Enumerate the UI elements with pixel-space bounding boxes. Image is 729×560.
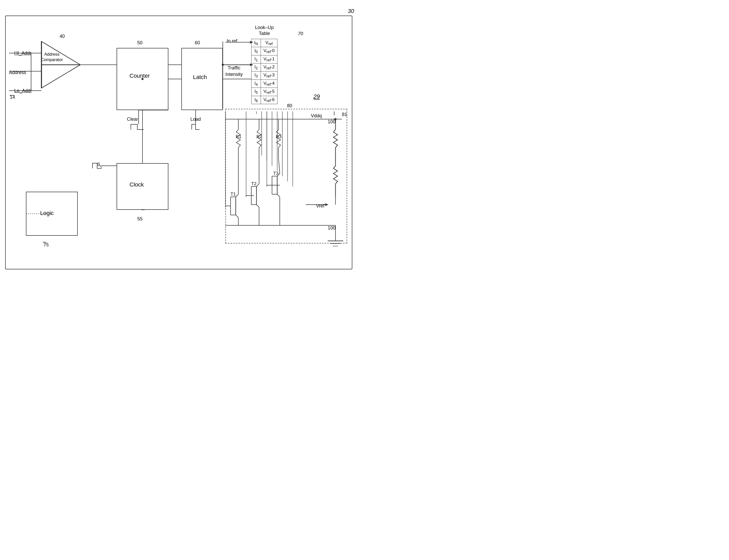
lut-cell: Vref-2 xyxy=(261,63,277,71)
lut-container: Look–UpTable IN Vref I0 Vref-0 I1 Vref-1… xyxy=(251,25,277,104)
latch-label: Latch xyxy=(193,74,207,81)
lut-cell: I6 xyxy=(252,96,261,104)
lut-cell: Vref-0 xyxy=(261,47,277,55)
lut-cell: I3 xyxy=(252,71,261,80)
lut-cell: Vref-5 xyxy=(261,88,277,96)
lut-cell: I5 xyxy=(252,88,261,96)
label-40: 40 xyxy=(60,34,65,39)
inref-label: In ref xyxy=(227,38,237,44)
lut-row-0: I0 Vref-0 xyxy=(252,47,277,55)
load-label: Load xyxy=(190,117,201,122)
r3-label: R3 xyxy=(276,134,282,139)
lut-row-3: I3 Vref-3 xyxy=(252,71,277,80)
label-75: 75 xyxy=(44,242,49,248)
traffic-label: TrafficIntensity xyxy=(225,65,243,78)
lut-cell: I4 xyxy=(252,80,261,88)
clock-label: Clock xyxy=(130,181,144,188)
lut-row-header: IN Vref xyxy=(252,39,277,47)
sc-label: Sc xyxy=(97,162,102,168)
lut-cell: Vref xyxy=(261,39,277,47)
lut-row-6: I6 Vref-6 xyxy=(252,96,277,104)
lut-cell: IN xyxy=(252,39,261,47)
lut-cell: Vref-6 xyxy=(261,96,277,104)
lut-cell: I2 xyxy=(252,63,261,71)
lut-cell: Vref-3 xyxy=(261,71,277,80)
label-80: 80 xyxy=(287,103,292,109)
addr-comp-text: AddressComparator xyxy=(41,52,63,63)
dashed-box xyxy=(225,109,347,243)
label-29: 29 xyxy=(313,93,320,100)
label-30: 30 xyxy=(348,8,354,15)
label-70: 70 xyxy=(298,31,303,37)
lut-row-2: I2 Vref-2 xyxy=(252,63,277,71)
label-50: 50 xyxy=(137,40,142,46)
t3-label: T3 xyxy=(273,171,278,176)
r2-label: R2 xyxy=(256,134,262,139)
lut-row-4: I4 Vref-4 xyxy=(252,80,277,88)
resistor-100-bot: 100 xyxy=(328,225,335,231)
hi-addr-label: HI_Addr xyxy=(14,51,31,56)
lut-cell: I1 xyxy=(252,55,261,63)
lut-cell: I0 xyxy=(252,47,261,55)
t1-label: T1 xyxy=(231,192,236,197)
r1-label: R1 xyxy=(236,134,241,139)
label-14: 14 xyxy=(10,95,15,100)
lut-row-1: I1 Vref-1 xyxy=(252,55,277,63)
address-label: Address xyxy=(9,70,26,75)
lut-table: IN Vref I0 Vref-0 I1 Vref-1 I2 Vref-2 I3… xyxy=(251,39,277,104)
label-55: 55 xyxy=(137,216,142,222)
lo-addr-label: Lo_Addr xyxy=(14,88,32,94)
clear-label: Clear xyxy=(127,117,138,122)
diagram-page: 30 Address HI_Addr Lo_Addr 14 40 Address… xyxy=(0,0,365,280)
vddq-label: Vddq xyxy=(311,113,322,119)
lut-row-5: I5 Vref-5 xyxy=(252,88,277,96)
lut-title: Look–UpTable xyxy=(251,25,277,37)
counter-label: Counter xyxy=(130,73,150,79)
logic-label: Logic xyxy=(40,210,54,217)
t2-label: T2 xyxy=(251,181,256,186)
lut-cell: Vref-4 xyxy=(261,80,277,88)
label-81: 81 xyxy=(342,112,347,117)
label-60: 60 xyxy=(195,40,200,46)
resistor-100-top: 100 xyxy=(328,119,335,125)
lut-cell: Vref-1 xyxy=(261,55,277,63)
vref-label: Vref xyxy=(316,203,324,209)
